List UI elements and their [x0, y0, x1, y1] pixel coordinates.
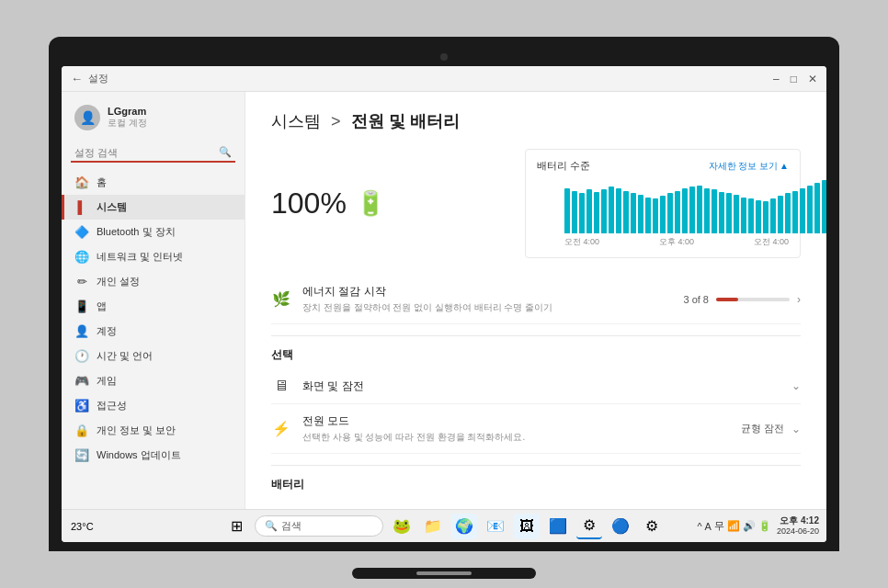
search-input[interactable] — [74, 147, 215, 158]
breadcrumb-current: 전원 및 배터리 — [351, 112, 460, 130]
chart-label-3: 오전 4:00 — [754, 236, 789, 248]
chart-bar — [667, 193, 673, 233]
chart-bar — [697, 186, 702, 233]
screen-sleep-left: 🖥 화면 및 잠전 — [271, 378, 364, 394]
chart-label-1: 오전 4:00 — [564, 236, 599, 248]
accessibility-icon: ♿ — [74, 399, 89, 413]
chart-bar — [572, 191, 577, 233]
sidebar-item-system[interactable]: ▌ 시스템 — [62, 195, 245, 220]
power-mode-icon: ⚡ — [271, 420, 291, 437]
energy-saving-item[interactable]: 🌿 에너지 절감 시작 장치 전원을 절약하여 전원 없이 실행하여 배터리 수… — [271, 275, 801, 324]
chart-bar — [704, 188, 710, 233]
start-button[interactable]: ⊞ — [223, 514, 249, 539]
battery-icon: 🔋 — [356, 189, 385, 218]
weather-icon[interactable]: 23°C — [69, 519, 96, 534]
sidebar-item-apps-label: 앱 — [97, 300, 107, 313]
title-bar: ← 설정 – □ ✕ — [62, 66, 826, 92]
sidebar-item-bluetooth-label: Bluetooth 및 장치 — [97, 225, 176, 239]
sidebar-item-accounts[interactable]: 👤 계정 — [62, 319, 245, 344]
battery-row: 100% 🔋 배터리 수준 자세한 정보 보기 ▲ — [271, 149, 801, 258]
time-text: 오후 4:12 — [777, 514, 819, 526]
battery-status-icon[interactable]: 🔋 — [758, 520, 771, 532]
tray-a-icon[interactable]: A — [705, 521, 712, 532]
title-bar-right: – □ ✕ — [773, 73, 817, 85]
sidebar-item-apps[interactable]: 📱 앱 — [62, 294, 245, 319]
taskbar-search[interactable]: 🔍 검색 — [255, 515, 383, 537]
title-bar-left: ← 설정 — [71, 72, 108, 85]
taskbar-app-frog[interactable]: 🐸 — [389, 514, 415, 539]
tray-lang-icon[interactable]: 무 — [714, 519, 724, 533]
chart-detail-link[interactable]: 자세한 정보 보기 ▲ — [709, 160, 789, 173]
chart-bar — [763, 201, 768, 233]
maximize-button[interactable]: □ — [791, 73, 797, 85]
close-button[interactable]: ✕ — [808, 73, 817, 85]
sidebar-item-gaming[interactable]: 🎮 게임 — [62, 368, 245, 393]
chart-bar — [748, 198, 754, 233]
sidebar-item-windows-update-label: Windows 업데이트 — [97, 448, 181, 462]
user-sub: 로컬 계정 — [108, 117, 147, 130]
chart-bar — [660, 196, 666, 233]
chart-bar — [756, 200, 761, 233]
power-mode-text: 전원 모드 선택한 사용 및 성능에 따라 전원 환경을 최적화하세요. — [302, 413, 525, 444]
bluetooth-icon: 🔷 — [74, 225, 89, 239]
main-content: 👤 LGgram 로컬 계정 🔍 🏠 홈 ▌ 시스 — [62, 92, 826, 509]
chart-bar — [682, 188, 688, 233]
taskbar-center: ⊞ 🔍 검색 🐸 📁 🌍 📧 🖼 🟦 ⚙ 🔵 ⚙ — [223, 514, 665, 539]
volume-icon[interactable]: 🔊 — [743, 520, 756, 532]
power-mode-right: 균형 잠전 ⌄ — [741, 422, 801, 435]
taskbar-app-gear[interactable]: ⚙ — [639, 514, 665, 539]
battery-saver-item[interactable]: 🔋 배터리 절전 모드 앱 알림 및 배터 활동을 제한하여 배터리의 배터리 … — [271, 498, 801, 509]
time-display[interactable]: 오후 4:12 2024-06-20 — [777, 514, 819, 537]
screen-sleep-right: ⌄ — [791, 379, 801, 392]
taskbar-app-xbox[interactable]: 🔵 — [608, 514, 633, 539]
sidebar-item-privacy[interactable]: 🔒 개인 정보 및 보안 — [62, 418, 245, 443]
webcam — [440, 53, 448, 61]
sidebar-item-bluetooth[interactable]: 🔷 Bluetooth 및 장치 — [62, 220, 245, 244]
taskbar-app-settings[interactable]: ⚙ — [576, 514, 602, 539]
taskbar-app-folder[interactable]: 📁 — [420, 514, 446, 539]
search-box[interactable]: 🔍 — [71, 143, 235, 163]
sidebar-item-home[interactable]: 🏠 홈 — [62, 170, 245, 195]
sidebar-item-time[interactable]: 🕐 시간 및 언어 — [62, 344, 245, 368]
battery-percent-text: 100% — [271, 187, 347, 220]
chart-section: 배터리 수준 자세한 정보 보기 ▲ 오전 4:00 오후 4:00 — [525, 149, 801, 258]
wifi-icon[interactable]: 📶 — [727, 520, 740, 532]
power-mode-desc: 선택한 사용 및 성능에 따라 전원 환경을 최적화하세요. — [302, 431, 525, 444]
power-mode-item[interactable]: ⚡ 전원 모드 선택한 사용 및 성능에 따라 전원 환경을 최적화하세요. 균… — [271, 404, 801, 454]
system-icon: ▌ — [74, 200, 89, 214]
energy-saving-left: 🌿 에너지 절감 시작 장치 전원을 절약하여 전원 없이 실행하여 배터리 수… — [271, 284, 552, 314]
chart-bar — [675, 191, 680, 233]
system-tray: ^ A 무 📶 🔊 🔋 — [697, 519, 771, 533]
sidebar-item-windows-update[interactable]: 🔄 Windows 업데이트 — [62, 443, 245, 468]
windows-update-icon: 🔄 — [74, 448, 89, 462]
tray-up-icon[interactable]: ^ — [697, 521, 701, 532]
battery-section-title: 배터리 — [271, 477, 801, 492]
chart-bar — [586, 189, 592, 233]
right-panel: 시스템 > 전원 및 배터리 100% 🔋 배터리 수준 자세한 정보 — [245, 92, 826, 509]
screen-icon: 🖥 — [271, 378, 291, 394]
taskbar-app-edge[interactable]: 🌍 — [451, 514, 477, 539]
sidebar: 👤 LGgram 로컬 계정 🔍 🏠 홈 ▌ 시스 — [62, 92, 245, 509]
sidebar-item-personalize-label: 개인 설정 — [97, 275, 140, 288]
time-icon: 🕐 — [74, 349, 89, 363]
chart-bar — [726, 193, 732, 233]
chart-title: 배터리 수준 — [537, 159, 590, 173]
chart-bar — [785, 193, 791, 233]
chart-bar — [609, 187, 614, 233]
start-icon: ⊞ — [231, 517, 243, 535]
sidebar-item-personalize[interactable]: ✏ 개인 설정 — [62, 269, 245, 294]
energy-saving-desc: 장치 전원을 절약하여 전원 없이 실행하여 배터리 수명 줄이기 — [302, 301, 552, 314]
back-button[interactable]: ← — [71, 72, 83, 85]
taskbar-app-mail[interactable]: 📧 — [483, 514, 508, 539]
minimize-button[interactable]: – — [773, 73, 780, 85]
taskbar-app-store[interactable]: 🟦 — [545, 514, 571, 539]
sidebar-item-accessibility[interactable]: ♿ 접근성 — [62, 393, 245, 418]
chart-label-2: 오후 4:00 — [659, 236, 694, 248]
chart-bar — [778, 196, 783, 233]
taskbar-app-photos[interactable]: 🖼 — [514, 514, 540, 539]
energy-saving-title: 에너지 절감 시작 — [302, 284, 552, 300]
chart-bar — [807, 186, 813, 233]
sidebar-item-network[interactable]: 🌐 네트워크 및 인터넷 — [62, 244, 245, 269]
screen-sleep-item[interactable]: 🖥 화면 및 잠전 ⌄ — [271, 368, 801, 404]
sidebar-item-privacy-label: 개인 정보 및 보안 — [97, 424, 176, 437]
